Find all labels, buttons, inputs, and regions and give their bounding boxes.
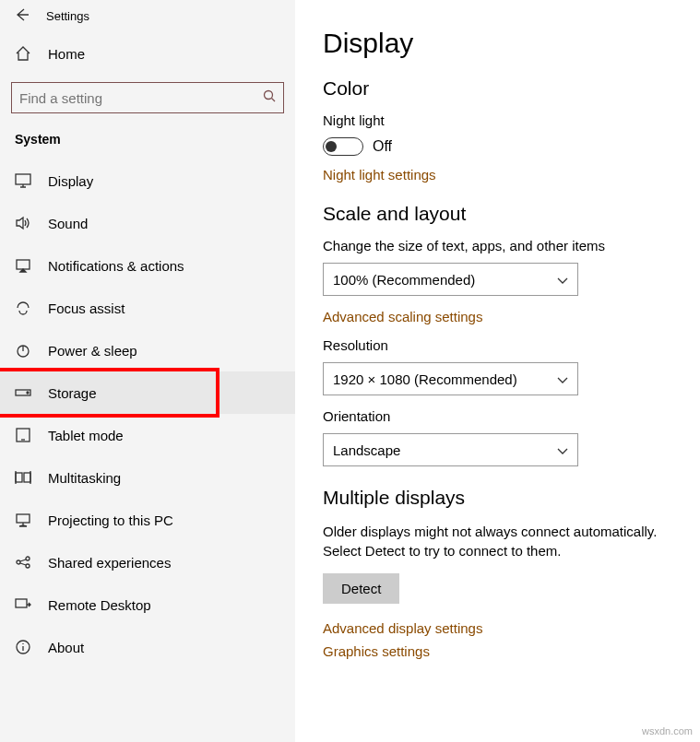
multiple-displays-desc: Older displays might not always connect … [323, 522, 696, 560]
svg-rect-13 [16, 599, 27, 607]
window-title: Settings [46, 9, 89, 23]
scale-size-select[interactable]: 100% (Recommended) [323, 263, 578, 296]
section-color: Color [323, 77, 700, 100]
sidebar-item-sound[interactable]: Sound [0, 202, 295, 244]
graphics-settings-link[interactable]: Graphics settings [323, 643, 700, 659]
back-icon[interactable] [15, 7, 30, 25]
sidebar-home-label: Home [48, 46, 85, 62]
focus-assist-icon [15, 300, 31, 316]
sidebar-item-label: Shared experiences [48, 555, 171, 571]
svg-rect-8 [24, 473, 30, 482]
svg-rect-7 [16, 473, 22, 482]
orientation-label: Orientation [323, 408, 700, 424]
sidebar-item-notifications[interactable]: Notifications & actions [0, 244, 295, 287]
advanced-scaling-link[interactable]: Advanced scaling settings [323, 309, 700, 324]
main-content: Display Color Night light Off Night ligh… [295, 0, 700, 742]
chevron-down-icon [557, 272, 568, 288]
sidebar-item-label: Power & sleep [48, 343, 137, 359]
search-input[interactable] [19, 90, 237, 106]
svg-point-5 [27, 392, 29, 394]
toggle-knob [326, 141, 337, 152]
sidebar-item-label: Notifications & actions [48, 258, 184, 274]
sidebar-item-power-sleep[interactable]: Power & sleep [0, 329, 295, 371]
sidebar-item-storage[interactable]: Storage [0, 371, 295, 414]
highlight-annotation [0, 368, 219, 418]
sidebar-item-tablet-mode[interactable]: Tablet mode [0, 414, 295, 456]
sidebar-item-label: Sound [48, 216, 88, 231]
sidebar: Settings Home System Display Sound Notif… [0, 0, 295, 742]
detect-button[interactable]: Detect [323, 573, 399, 604]
advanced-display-settings-link[interactable]: Advanced display settings [323, 620, 700, 636]
sidebar-item-multitasking[interactable]: Multitasking [0, 456, 295, 499]
sidebar-item-label: Projecting to this PC [48, 512, 173, 528]
night-light-toggle-row: Off [323, 137, 700, 156]
display-icon [15, 172, 31, 189]
sidebar-item-label: About [48, 640, 84, 655]
sound-icon [15, 215, 31, 231]
resolution-label: Resolution [323, 337, 700, 353]
svg-point-11 [26, 557, 30, 560]
section-multiple-displays: Multiple displays [323, 487, 700, 509]
notifications-icon [15, 257, 31, 274]
svg-rect-1 [16, 174, 30, 184]
home-icon [15, 45, 31, 62]
sidebar-item-shared-experiences[interactable]: Shared experiences [0, 541, 295, 583]
power-icon [15, 342, 31, 359]
sidebar-home[interactable]: Home [0, 32, 295, 75]
projecting-icon [15, 512, 31, 528]
night-light-toggle[interactable] [323, 137, 363, 156]
watermark: wsxdn.com [642, 725, 693, 736]
sidebar-item-label: Focus assist [48, 300, 125, 316]
svg-point-10 [17, 560, 20, 564]
sidebar-item-label: Multitasking [48, 470, 121, 486]
sidebar-item-label: Storage [48, 385, 97, 401]
sidebar-section-title: System [0, 132, 295, 159]
storage-icon [15, 384, 31, 401]
search-box[interactable] [11, 82, 284, 113]
tablet-icon [15, 427, 31, 443]
about-icon [15, 639, 31, 655]
chevron-down-icon [557, 442, 568, 458]
svg-point-0 [265, 91, 273, 100]
scale-size-label: Change the size of text, apps, and other… [323, 238, 700, 253]
search-icon [263, 89, 276, 106]
night-light-label: Night light [323, 112, 700, 128]
sidebar-item-about[interactable]: About [0, 626, 295, 668]
svg-rect-2 [17, 260, 30, 269]
svg-point-12 [26, 564, 30, 568]
orientation-select[interactable]: Landscape [323, 433, 578, 466]
shared-icon [15, 554, 31, 571]
page-title: Display [323, 28, 700, 59]
svg-rect-9 [17, 514, 30, 523]
night-light-state: Off [373, 138, 392, 155]
sidebar-items: Display Sound Notifications & actions Fo… [0, 159, 295, 668]
sidebar-item-label: Tablet mode [48, 428, 124, 443]
sidebar-item-display[interactable]: Display [0, 159, 295, 202]
remote-desktop-icon [15, 596, 31, 613]
scale-size-value: 100% (Recommended) [333, 272, 475, 288]
sidebar-item-focus-assist[interactable]: Focus assist [0, 287, 295, 329]
multitasking-icon [15, 469, 31, 486]
sidebar-item-remote-desktop[interactable]: Remote Desktop [0, 583, 295, 626]
window-header: Settings [0, 0, 295, 32]
chevron-down-icon [557, 371, 568, 387]
orientation-value: Landscape [333, 442, 400, 458]
night-light-settings-link[interactable]: Night light settings [323, 167, 700, 183]
sidebar-item-projecting[interactable]: Projecting to this PC [0, 499, 295, 541]
section-scale: Scale and layout [323, 203, 700, 225]
sidebar-item-label: Display [48, 173, 93, 189]
resolution-select[interactable]: 1920 × 1080 (Recommended) [323, 362, 578, 395]
resolution-value: 1920 × 1080 (Recommended) [333, 371, 517, 387]
sidebar-item-label: Remote Desktop [48, 597, 151, 613]
